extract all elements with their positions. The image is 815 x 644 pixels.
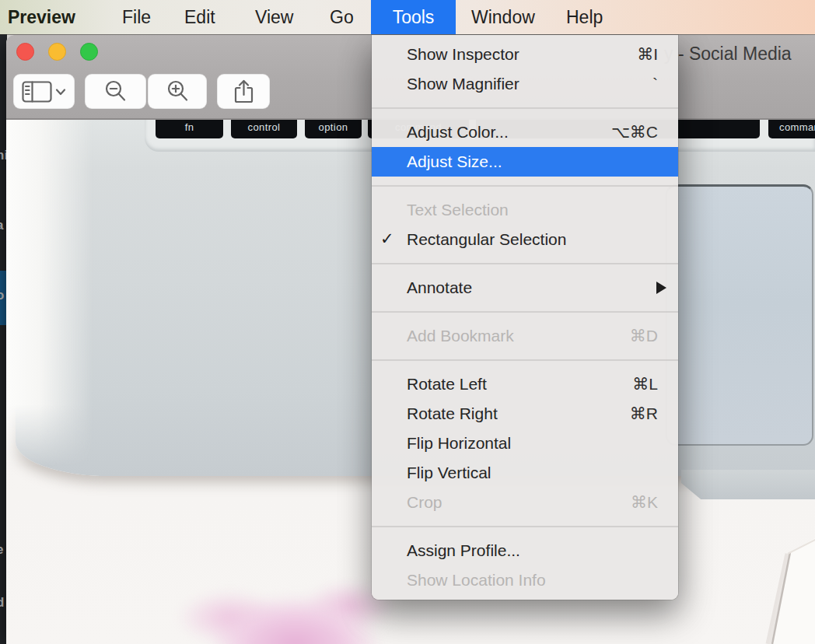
menu-item-text-selection: Text Selection bbox=[372, 195, 678, 225]
magnifier-plus-icon bbox=[166, 79, 190, 103]
menu-separator bbox=[372, 526, 678, 527]
sidebar-icon bbox=[22, 80, 67, 103]
menu-item-flip-horizontal[interactable]: Flip Horizontal bbox=[372, 429, 678, 458]
menu-separator bbox=[372, 263, 678, 264]
share-button[interactable] bbox=[217, 74, 270, 109]
menubar-item-tools[interactable]: Tools bbox=[371, 0, 456, 34]
menu-bar: Preview File Edit View Go Tools Window H… bbox=[0, 0, 815, 34]
menu-separator bbox=[372, 311, 678, 313]
laptop-trackpad bbox=[666, 184, 813, 446]
shortcut-label: ⌥⌘C bbox=[611, 123, 658, 142]
keyboard-key-option: option bbox=[305, 120, 362, 138]
minimize-button[interactable] bbox=[48, 43, 66, 61]
menu-item-flip-vertical[interactable]: Flip Vertical bbox=[372, 458, 678, 488]
shortcut-label: ⌘K bbox=[631, 493, 658, 512]
white-notebook bbox=[736, 525, 815, 644]
photo-highlight-band bbox=[6, 120, 93, 467]
keyboard-key-command-right: command bbox=[768, 120, 815, 138]
sidebar-toggle-button[interactable] bbox=[13, 74, 75, 109]
menu-item-show-location-info: Show Location Info bbox=[372, 565, 678, 595]
menubar-item-preview[interactable]: Preview bbox=[8, 0, 75, 34]
background-text-fragment: o bbox=[0, 288, 4, 303]
menubar-item-edit[interactable]: Edit bbox=[184, 0, 215, 34]
menubar-item-help[interactable]: Help bbox=[566, 0, 603, 34]
menu-separator bbox=[372, 359, 678, 361]
menu-item-adjust-size[interactable]: Adjust Size... bbox=[372, 147, 678, 177]
menu-item-show-magnifier[interactable]: Show Magnifier ` bbox=[372, 69, 678, 99]
keyboard-key-control: control bbox=[231, 120, 297, 138]
background-text-fragment: d bbox=[0, 595, 4, 611]
menubar-item-go[interactable]: Go bbox=[330, 0, 354, 34]
zoom-in-button[interactable] bbox=[148, 74, 207, 109]
menu-item-assign-profile[interactable]: Assign Profile... bbox=[372, 536, 678, 565]
magnifier-minus-icon bbox=[103, 79, 128, 103]
fullscreen-button[interactable] bbox=[80, 43, 98, 61]
laptop-front-lip bbox=[681, 470, 815, 499]
keyboard-key-fn: fn bbox=[156, 120, 223, 138]
menu-item-rectangular-selection[interactable]: ✓ Rectangular Selection bbox=[372, 225, 678, 254]
submenu-arrow-icon bbox=[656, 282, 666, 294]
menubar-item-view[interactable]: View bbox=[255, 0, 293, 34]
background-text-fragment: a bbox=[0, 218, 3, 233]
background-text-fragment: e bbox=[0, 542, 3, 558]
menu-item-rotate-right[interactable]: Rotate Right ⌘R bbox=[372, 399, 678, 429]
shortcut-label: ⌘R bbox=[630, 404, 658, 423]
shortcut-label: ⌘I bbox=[637, 45, 658, 64]
tools-menu: Show Inspector ⌘I Show Magnifier ` Adjus… bbox=[372, 35, 678, 600]
menu-item-crop: Crop ⌘K bbox=[372, 488, 678, 517]
menu-item-adjust-color[interactable]: Adjust Color... ⌥⌘C bbox=[372, 117, 678, 147]
shortcut-label: ⌘L bbox=[632, 375, 658, 394]
menubar-item-window[interactable]: Window bbox=[471, 0, 535, 34]
shortcut-label: ⌘D bbox=[630, 327, 658, 345]
zoom-out-button[interactable] bbox=[85, 74, 146, 109]
menu-separator bbox=[372, 185, 678, 187]
shortcut-label: ` bbox=[652, 75, 658, 93]
menubar-item-file[interactable]: File bbox=[122, 0, 151, 34]
share-icon bbox=[232, 79, 256, 104]
menu-item-rotate-left[interactable]: Rotate Left ⌘L bbox=[372, 369, 678, 399]
menu-item-show-inspector[interactable]: Show Inspector ⌘I bbox=[372, 40, 678, 69]
screen: ni a o e d y - Social Media bbox=[0, 0, 815, 644]
checkmark-icon: ✓ bbox=[380, 229, 394, 248]
menu-item-add-bookmark: Add Bookmark ⌘D bbox=[372, 321, 678, 351]
close-button[interactable] bbox=[16, 43, 34, 61]
window-title: y - Social Media bbox=[664, 44, 792, 65]
menu-item-annotate[interactable]: Annotate bbox=[372, 273, 678, 303]
menu-separator bbox=[372, 107, 678, 109]
